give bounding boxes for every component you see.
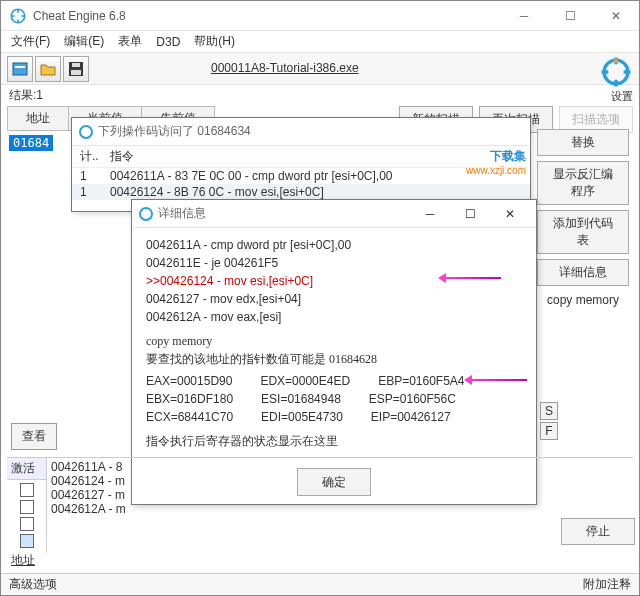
reg-footer: 指令执行后寄存器的状态显示在这里	[146, 432, 522, 450]
detail-title: 详细信息	[158, 205, 410, 222]
list-item[interactable]: 00426124 - m	[51, 474, 559, 488]
search-button[interactable]: 查看	[11, 423, 57, 450]
opcode-window: 下列操作码访问了 01684634 下载集 www.xzji.com 计..指令…	[71, 117, 531, 212]
activate-checkbox[interactable]	[20, 534, 34, 548]
svg-rect-5	[71, 70, 81, 75]
cheat-list: 激活 0042611A - 8 00426124 - m 00426127 - …	[7, 457, 633, 553]
app-icon	[9, 7, 27, 25]
addcode-button[interactable]: 添加到代码表	[537, 210, 629, 254]
statusbar: 高级选项 附加注释	[1, 573, 639, 595]
svg-rect-4	[72, 63, 80, 67]
address-label[interactable]: 地址	[11, 552, 35, 569]
svg-rect-1	[13, 63, 27, 75]
save-button[interactable]	[63, 56, 89, 82]
asm-line: 0042611A - cmp dword ptr [esi+0C],00	[146, 236, 522, 254]
settings-link[interactable]: 设置	[611, 89, 633, 104]
f-button[interactable]: F	[540, 422, 558, 440]
right-panel: 替换 显示反汇编程序 添加到代码表 详细信息 copy memory	[537, 129, 629, 307]
activate-header: 激活	[7, 458, 46, 480]
menu-d3d[interactable]: D3D	[156, 35, 180, 49]
target-process: 000011A8-Tutorial-i386.exe	[211, 61, 359, 75]
minimize-button[interactable]: ─	[410, 207, 450, 221]
open-file-button[interactable]	[35, 56, 61, 82]
activate-checkbox[interactable]	[20, 517, 34, 531]
menu-edit[interactable]: 编辑(E)	[64, 33, 104, 50]
annotation-arrow	[441, 277, 501, 279]
maximize-button[interactable]: ☐	[450, 207, 490, 221]
asm-line-highlight: >>00426124 - mov esi,[esi+0C]	[146, 272, 522, 290]
annotation-arrow	[467, 379, 527, 381]
activate-checkbox[interactable]	[20, 500, 34, 514]
replace-button[interactable]: 替换	[537, 129, 629, 156]
asm-line: 0042611E - je 004261F5	[146, 254, 522, 272]
opcode-headers: 计..指令	[72, 146, 530, 168]
maximize-button[interactable]: ☐	[547, 1, 593, 31]
titlebar: Cheat Engine 6.8 ─ ☐ ✕	[1, 1, 639, 31]
asm-line: 0042612A - mov eax,[esi]	[146, 308, 522, 326]
asm-line: 00426127 - mov edx,[esi+04]	[146, 290, 522, 308]
attach-comment[interactable]: 附加注释	[583, 576, 631, 593]
open-process-button[interactable]	[7, 56, 33, 82]
selected-result[interactable]: 01684	[9, 135, 53, 151]
watermark: 下载集 www.xzji.com	[466, 146, 526, 176]
toolbar: 000011A8-Tutorial-i386.exe	[1, 53, 639, 85]
svg-point-8	[140, 208, 152, 220]
pointer-hint: 要查找的该地址的指针数值可能是 01684628	[146, 350, 522, 368]
ce-logo-icon	[599, 55, 633, 89]
svg-rect-2	[15, 66, 25, 68]
reg-row: EBX=016DF180ESI=01684948ESP=0160F56C	[146, 390, 522, 408]
menu-help[interactable]: 帮助(H)	[194, 33, 235, 50]
list-item[interactable]: 0042611A - 8	[51, 460, 559, 474]
close-button[interactable]: ✕	[490, 207, 530, 221]
stop-button[interactable]: 停止	[561, 518, 635, 545]
reg-row: ECX=68441C70EDI=005E4730EIP=00426127	[146, 408, 522, 426]
disasm-button[interactable]: 显示反汇编程序	[537, 161, 629, 205]
ce-small-icon	[78, 124, 94, 140]
minimize-button[interactable]: ─	[501, 1, 547, 31]
ce-small-icon	[138, 206, 154, 222]
advanced-options[interactable]: 高级选项	[9, 576, 57, 593]
copy-memory-text: copy memory	[146, 332, 522, 350]
opcode-row[interactable]: 10042611A - 83 7E 0C 00 - cmp dword ptr …	[72, 168, 530, 184]
s-button[interactable]: S	[540, 402, 558, 420]
opcode-window-title: 下列操作码访问了 01684634	[98, 123, 524, 140]
svg-point-7	[80, 126, 92, 138]
menu-file[interactable]: 文件(F)	[11, 33, 50, 50]
menubar: 文件(F) 编辑(E) 表单 D3D 帮助(H)	[1, 31, 639, 53]
col-address[interactable]: 地址	[7, 106, 68, 131]
list-item[interactable]: 0042612A - m	[51, 502, 559, 516]
close-button[interactable]: ✕	[593, 1, 639, 31]
list-item[interactable]: 00426127 - m	[51, 488, 559, 502]
activate-checkbox[interactable]	[20, 483, 34, 497]
detail-button[interactable]: 详细信息	[537, 259, 629, 286]
opcode-row[interactable]: 100426124 - 8B 76 0C - mov esi,[esi+0C]	[72, 184, 530, 200]
results-count: 结果:1	[1, 85, 639, 106]
copy-memory-label: copy memory	[537, 291, 629, 307]
menu-table[interactable]: 表单	[118, 33, 142, 50]
window-title: Cheat Engine 6.8	[33, 9, 501, 23]
